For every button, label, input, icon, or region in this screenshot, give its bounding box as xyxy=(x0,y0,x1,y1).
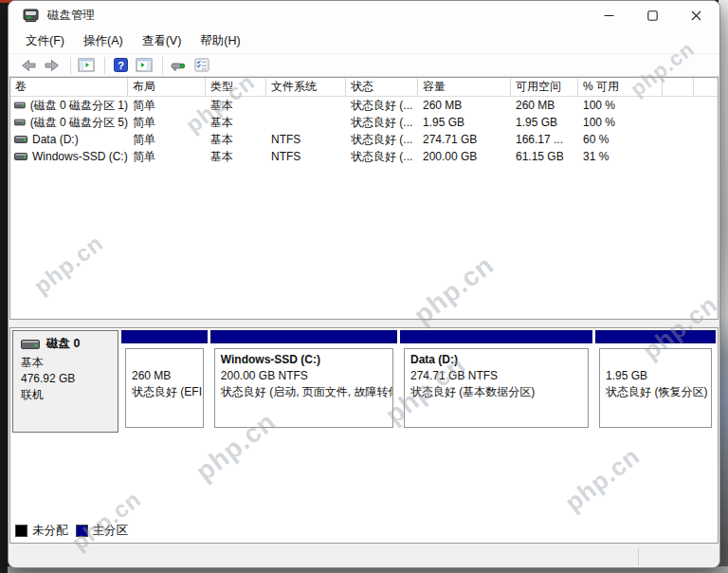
svg-text:?: ? xyxy=(118,60,124,71)
toolbar-separator xyxy=(70,57,71,74)
legend-swatch-primary xyxy=(76,525,88,537)
volume-name: Windows-SSD (C:) xyxy=(32,150,128,163)
volume-fs: NTFS xyxy=(266,133,346,146)
action-pane-icon[interactable] xyxy=(134,56,155,74)
column-header-pct-free[interactable]: % 可用 xyxy=(578,78,663,96)
volume-capacity: 200.00 GB xyxy=(418,150,511,163)
volume-pct-free: 60 % xyxy=(578,133,663,146)
volume-capacity: 260 MB xyxy=(418,99,511,112)
checklist-icon[interactable] xyxy=(191,56,212,74)
column-header-free[interactable]: 可用空间 xyxy=(511,78,578,96)
back-icon[interactable] xyxy=(18,56,39,74)
disk0-header[interactable]: 磁盘 0 基本 476.92 GB 联机 xyxy=(12,330,118,433)
column-header-type[interactable]: 类型 xyxy=(206,78,266,96)
disk-size: 476.92 GB xyxy=(21,371,110,387)
partition-c-drive[interactable]: Windows-SSD (C:) 200.00 GB NTFS 状态良好 (启动… xyxy=(210,330,397,433)
column-header-empty xyxy=(663,78,694,96)
partition-color-bar xyxy=(210,330,397,343)
partition-title: Windows-SSD (C:) xyxy=(221,352,387,368)
partition-size: 1.95 GB xyxy=(606,368,705,384)
volume-status: 状态良好 (... xyxy=(346,149,418,165)
table-row[interactable]: (磁盘 0 磁盘分区 1) 简单 基本 状态良好 (... 260 MB 260… xyxy=(10,97,718,114)
partition-status: 状态良好 (恢复分区) xyxy=(606,384,705,400)
disk-name: 磁盘 0 xyxy=(46,336,80,352)
volume-layout: 简单 xyxy=(128,115,206,131)
volume-drive-icon xyxy=(14,153,27,160)
partition-title xyxy=(606,352,705,368)
legend-primary-partition: 主分区 xyxy=(76,523,129,539)
title-bar: 磁盘管理 xyxy=(9,1,719,29)
partition-size: 260 MB xyxy=(132,368,197,384)
partition-recovery[interactable]: 1.95 GB 状态良好 (恢复分区) xyxy=(595,330,716,433)
window-controls xyxy=(587,1,718,29)
column-header-status[interactable]: 状态 xyxy=(346,78,418,96)
volume-layout: 简单 xyxy=(128,132,206,148)
partition-status: 状态良好 (基本数据分区) xyxy=(410,384,582,400)
window-title: 磁盘管理 xyxy=(47,8,95,24)
status-bar-divider xyxy=(638,548,639,565)
menu-view[interactable]: 查看(V) xyxy=(133,30,191,52)
partition-status: 状态良好 (启动, 页面文件, 故障转储 xyxy=(221,384,387,400)
disk-type: 基本 xyxy=(21,355,110,371)
volume-layout: 简单 xyxy=(128,98,206,114)
table-row[interactable]: Data (D:) 简单 基本 NTFS 状态良好 (... 274.71 GB… xyxy=(10,131,718,148)
menu-action[interactable]: 操作(A) xyxy=(74,30,133,52)
volume-type: 基本 xyxy=(206,115,266,131)
volume-name: (磁盘 0 磁盘分区 5) xyxy=(30,115,128,131)
toolbar: ? xyxy=(9,53,719,77)
partition-color-bar xyxy=(121,330,208,343)
legend-label: 未分配 xyxy=(32,523,68,539)
partition-size: 274.71 GB NTFS xyxy=(410,368,582,384)
volume-drive-icon xyxy=(14,102,26,109)
volume-free: 260 MB xyxy=(511,99,578,112)
volume-list-panel: 卷 布局 类型 文件系统 状态 容量 可用空间 % 可用 (磁盘 0 磁盘分区 … xyxy=(9,77,719,320)
volume-name: Data (D:) xyxy=(32,133,79,146)
volume-layout: 简单 xyxy=(128,149,206,165)
table-row[interactable]: Windows-SSD (C:) 简单 基本 NTFS 状态良好 (... 20… xyxy=(10,148,718,165)
legend-unallocated: 未分配 xyxy=(15,523,68,539)
toolbar-separator xyxy=(162,57,163,74)
view-icon[interactable] xyxy=(168,56,189,74)
disk-status: 联机 xyxy=(21,387,110,403)
volume-free: 61.15 GB xyxy=(511,150,578,163)
partition-color-bar xyxy=(595,330,716,343)
volume-fs: NTFS xyxy=(266,150,346,163)
volume-type: 基本 xyxy=(206,149,266,165)
partition-status: 状态良好 (EFI xyxy=(132,384,197,400)
disk-management-window: 磁盘管理 文件(F) 操作(A) 查看(V) 帮助(H) xyxy=(8,0,720,568)
volume-free: 166.17 ... xyxy=(511,133,578,146)
partition-efi[interactable]: 260 MB 状态良好 (EFI xyxy=(121,330,208,433)
disk-map-panel: 磁盘 0 基本 476.92 GB 联机 260 MB 状态良好 (EFI Wi… xyxy=(9,327,719,544)
maximize-button[interactable] xyxy=(630,1,674,29)
volume-status: 状态良好 (... xyxy=(346,115,418,131)
forward-icon[interactable] xyxy=(42,56,63,74)
column-header-capacity[interactable]: 容量 xyxy=(418,78,511,96)
legend: 未分配 主分区 xyxy=(15,521,128,540)
volume-type: 基本 xyxy=(206,98,266,114)
volume-pct-free: 100 % xyxy=(578,99,663,112)
volume-drive-icon xyxy=(14,119,26,126)
volume-drive-icon xyxy=(14,136,27,143)
close-button[interactable] xyxy=(674,1,718,29)
help-icon[interactable]: ? xyxy=(110,56,131,74)
column-header-layout[interactable]: 布局 xyxy=(128,78,206,96)
volume-status: 状态良好 (... xyxy=(346,98,418,114)
column-header-filesystem[interactable]: 文件系统 xyxy=(266,78,346,96)
partition-size: 200.00 GB NTFS xyxy=(221,368,387,384)
volume-free: 1.95 GB xyxy=(511,116,578,129)
table-row[interactable]: (磁盘 0 磁盘分区 5) 简单 基本 状态良好 (... 1.95 GB 1.… xyxy=(10,114,718,131)
column-header-volume[interactable]: 卷 xyxy=(10,78,128,96)
volume-status: 状态良好 (... xyxy=(346,132,418,148)
volume-capacity: 1.95 GB xyxy=(418,116,511,129)
partition-d-drive[interactable]: Data (D:) 274.71 GB NTFS 状态良好 (基本数据分区) xyxy=(400,330,592,433)
legend-label: 主分区 xyxy=(93,523,129,539)
app-drive-icon xyxy=(22,7,39,25)
partition-title: Data (D:) xyxy=(410,352,582,368)
partition-title xyxy=(132,352,197,368)
minimize-button[interactable] xyxy=(587,1,630,29)
menu-help[interactable]: 帮助(H) xyxy=(191,30,249,52)
partition-strip: 260 MB 状态良好 (EFI Windows-SSD (C:) 200.00… xyxy=(121,330,716,433)
console-tree-icon[interactable] xyxy=(76,56,97,74)
menu-file[interactable]: 文件(F) xyxy=(16,30,74,52)
disk-icon xyxy=(21,340,40,349)
